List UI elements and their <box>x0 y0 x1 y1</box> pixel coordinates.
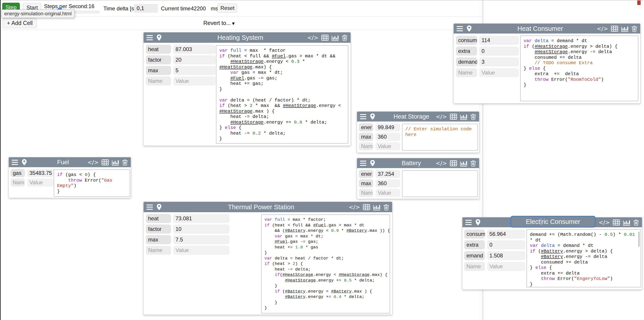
param-name-cell[interactable]: max <box>359 179 373 188</box>
code-editor[interactable]: var full = max * factorif (heat < full &… <box>216 45 348 143</box>
param-name-cell[interactable]: emand <box>464 251 485 260</box>
panel-header[interactable]: </>Heating System <box>144 32 350 43</box>
param-value-cell[interactable]: 56.964 <box>487 230 525 239</box>
trash-icon[interactable] <box>470 113 476 120</box>
param-value-cell[interactable]: 0 <box>479 47 519 56</box>
param-value-cell[interactable]: 3 <box>479 57 519 66</box>
param-value-cell[interactable]: 20 <box>173 55 216 64</box>
menu-icon[interactable] <box>360 114 367 120</box>
param-name-cell[interactable]: ener <box>359 170 373 178</box>
param-name-cell[interactable]: Nam <box>359 142 373 150</box>
param-name-cell[interactable]: extra <box>456 47 477 56</box>
panel-header[interactable]: </>Fuel <box>9 157 131 167</box>
param-value-cell[interactable]: Value <box>173 77 216 86</box>
param-value-cell[interactable]: Value <box>479 68 519 77</box>
param-name-cell[interactable]: Name <box>464 262 485 271</box>
chart-icon[interactable] <box>460 113 468 120</box>
param-value-cell[interactable]: 360 <box>376 133 400 141</box>
param-name-cell[interactable]: Name <box>456 68 477 77</box>
param-value-cell[interactable]: Value <box>376 189 400 197</box>
pin-icon[interactable] <box>22 159 27 166</box>
chart-icon[interactable] <box>332 35 339 41</box>
code-icon[interactable]: </> <box>598 220 610 225</box>
panel-header[interactable]: </>Heat Consumer <box>454 24 640 34</box>
panel-title[interactable]: Heat Consumer <box>474 24 606 34</box>
chart-icon[interactable] <box>112 159 119 166</box>
panel-title[interactable]: Fuel <box>29 157 97 167</box>
table-icon[interactable] <box>450 160 457 166</box>
param-name-cell[interactable]: heat <box>146 214 171 223</box>
param-name-cell[interactable]: Name <box>146 246 171 255</box>
param-name-cell[interactable]: Nam <box>10 179 25 187</box>
param-value-cell[interactable]: 10 <box>173 225 230 234</box>
chart-icon[interactable] <box>623 219 630 226</box>
code-editor[interactable]: // Enter simulation codehere <box>402 124 478 150</box>
trash-icon[interactable] <box>470 160 476 167</box>
param-value-cell[interactable]: 73.081 <box>173 214 230 223</box>
param-value-cell[interactable]: Value <box>173 246 230 255</box>
panel-title[interactable]: Thermal Power Station <box>164 202 358 212</box>
param-value-cell[interactable]: 0 <box>487 240 525 249</box>
param-name-cell[interactable]: Nam <box>359 189 373 197</box>
table-icon[interactable] <box>321 35 328 41</box>
chart-icon[interactable] <box>373 204 380 210</box>
menu-icon[interactable] <box>360 160 367 166</box>
code-editor[interactable]: var delta = demand * dtif (#HeatStorage.… <box>520 36 638 101</box>
param-name-cell[interactable]: factor <box>146 225 171 234</box>
menu-icon[interactable] <box>146 35 153 41</box>
code-editor[interactable]: if (gas < 0) { throw Error("GasEmpty")} <box>54 170 130 197</box>
panel-title[interactable]: Heat Storage <box>377 112 445 121</box>
panel-header[interactable]: </>Battery <box>357 158 479 168</box>
panel-title-input[interactable]: Electric Consumer <box>510 216 596 228</box>
param-name-cell[interactable]: consum <box>464 230 485 239</box>
param-value-cell[interactable]: Value <box>376 142 400 150</box>
param-name-cell[interactable]: Name <box>146 77 171 86</box>
param-value-cell[interactable]: 360 <box>376 179 400 188</box>
trash-icon[interactable] <box>633 219 639 226</box>
panel-header[interactable]: </>Electric Consumer <box>462 217 642 227</box>
param-name-cell[interactable]: consum <box>456 36 477 45</box>
param-value-cell[interactable]: 37.254 <box>376 170 400 178</box>
param-value-cell[interactable]: 87.003 <box>173 45 216 54</box>
table-icon[interactable] <box>363 204 370 210</box>
code-editor[interactable]: var full = max * factor;if (heat < full … <box>261 214 390 313</box>
trash-icon[interactable] <box>632 25 637 32</box>
pin-icon[interactable] <box>156 34 162 41</box>
add-cell-button[interactable]: + Add Cell <box>3 18 37 28</box>
pin-icon[interactable] <box>370 160 375 167</box>
pin-icon[interactable] <box>475 219 481 226</box>
param-value-cell[interactable]: 114 <box>479 36 519 45</box>
param-name-cell[interactable]: ener <box>359 123 373 131</box>
param-name-cell[interactable]: extra <box>464 240 485 249</box>
param-name-cell[interactable]: max <box>146 66 171 75</box>
panel-title[interactable]: Heating System <box>164 32 317 43</box>
param-name-cell[interactable]: factor <box>146 55 171 64</box>
pin-icon[interactable] <box>466 25 472 32</box>
param-name-cell[interactable]: gas <box>10 169 25 177</box>
menu-icon[interactable] <box>146 204 153 210</box>
param-value-cell[interactable]: Value <box>27 179 54 187</box>
param-name-cell[interactable]: max <box>146 235 171 244</box>
param-value-cell[interactable]: 5 <box>173 66 216 75</box>
trash-icon[interactable] <box>383 204 389 210</box>
trash-icon[interactable] <box>122 159 128 166</box>
panel-title[interactable]: Battery <box>377 158 445 168</box>
trash-icon[interactable] <box>342 34 348 41</box>
table-icon[interactable] <box>611 26 618 32</box>
chart-icon[interactable] <box>460 160 468 167</box>
panel-header[interactable]: </>Heat Storage <box>357 112 479 121</box>
time-delta-input[interactable]: 0,1 <box>134 4 158 13</box>
menu-icon[interactable] <box>465 219 472 226</box>
param-value-cell[interactable]: 1.508 <box>487 251 525 260</box>
revert-dropdown[interactable]: Revert to...▾ <box>203 20 234 26</box>
table-icon[interactable] <box>450 114 457 120</box>
param-name-cell[interactable]: max <box>359 133 373 141</box>
code-editor[interactable]: demand += (Math.random() - 0.5) * 0.01* … <box>526 229 641 287</box>
code-scrollbar[interactable] <box>638 232 640 247</box>
code-editor[interactable] <box>402 170 478 197</box>
param-value-cell[interactable]: 7.5 <box>173 235 230 244</box>
reset-button[interactable]: Reset <box>218 4 237 13</box>
param-value-cell[interactable]: 35483.75 <box>27 169 54 177</box>
param-value-cell[interactable]: 99.849 <box>376 123 400 131</box>
panel-header[interactable]: </>Thermal Power Station <box>144 202 392 212</box>
